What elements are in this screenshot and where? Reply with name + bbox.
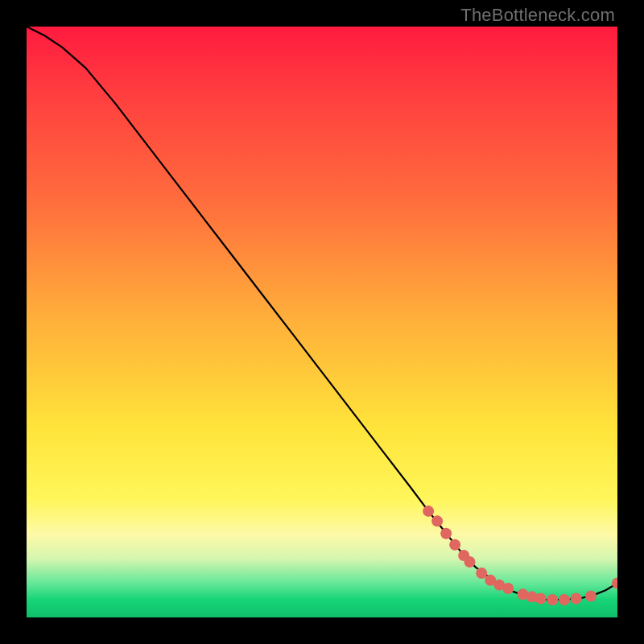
- curve-marker: [612, 577, 617, 588]
- curve-marker: [476, 568, 487, 579]
- curve-markers: [423, 506, 617, 605]
- curve-marker: [571, 593, 582, 605]
- curve-marker: [440, 528, 452, 539]
- curve-marker: [547, 594, 558, 605]
- curve-marker: [585, 591, 597, 602]
- curve-marker: [449, 539, 460, 551]
- plot-area: [27, 27, 617, 617]
- chart-stage: TheBottleneck.com: [0, 0, 644, 644]
- curve-marker: [431, 515, 443, 526]
- curve-marker: [464, 556, 476, 568]
- curve-marker: [502, 583, 514, 594]
- curve-marker: [535, 593, 547, 605]
- curve-marker: [423, 506, 434, 517]
- curve-marker: [559, 594, 570, 605]
- watermark-text: TheBottleneck.com: [460, 5, 615, 26]
- chart-svg: [27, 27, 617, 617]
- bottleneck-curve: [27, 27, 617, 600]
